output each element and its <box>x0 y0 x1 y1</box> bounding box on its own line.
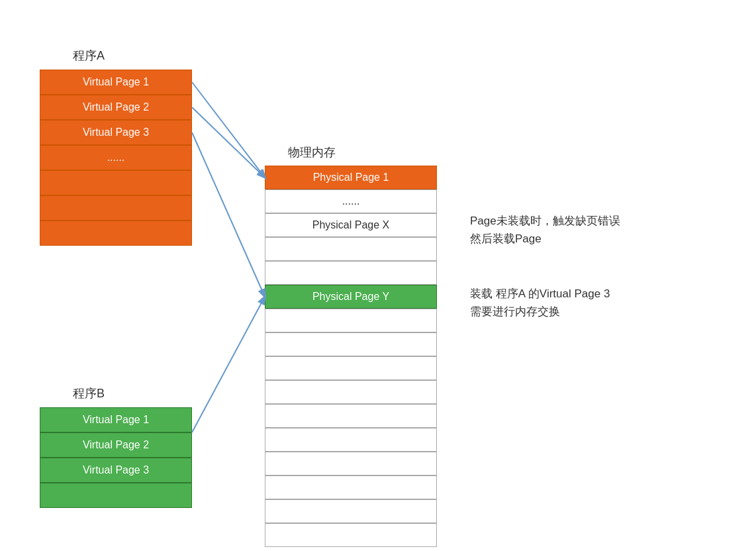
prog-a-block: Virtual Page 1Virtual Page 2Virtual Page… <box>40 70 192 246</box>
svg-line-0 <box>192 82 265 177</box>
phys-page-row <box>265 237 437 261</box>
prog-a-page-row: Virtual Page 2 <box>40 95 192 120</box>
phys-page-row <box>265 356 437 380</box>
prog-b-label: 程序B <box>73 385 105 401</box>
svg-line-1 <box>192 107 265 177</box>
phys-page-row <box>265 380 437 404</box>
phys-page-row <box>265 523 437 547</box>
phys-page-row <box>265 499 437 523</box>
prog-b-page-row <box>40 483 192 508</box>
phys-page-row <box>265 428 437 452</box>
prog-b-block: Virtual Page 1Virtual Page 2Virtual Page… <box>40 407 192 508</box>
prog-a-page-row: Virtual Page 1 <box>40 70 192 95</box>
phys-page-row <box>265 332 437 356</box>
prog-a-page-row: Virtual Page 3 <box>40 120 192 145</box>
phys-page-row <box>265 476 437 499</box>
phys-page-row <box>265 261 437 285</box>
prog-a-page-row <box>40 170 192 195</box>
phys-page-row <box>265 404 437 428</box>
phys-mem-block: Physical Page 1......Physical Page XPhys… <box>265 166 437 547</box>
prog-a-page-row <box>40 195 192 221</box>
annotation-page-fault: Page未装载时，触发缺页错误 然后装载Page <box>470 212 620 248</box>
prog-a-page-row <box>40 221 192 246</box>
prog-b-page-row: Virtual Page 2 <box>40 432 192 458</box>
phys-page-row: Physical Page 1 <box>265 166 437 189</box>
svg-line-3 <box>192 297 265 432</box>
phys-mem-label: 物理内存 <box>288 144 336 160</box>
prog-b-page-row: Virtual Page 1 <box>40 407 192 432</box>
prog-b-page-row: Virtual Page 3 <box>40 458 192 483</box>
phys-page-row: Physical Page X <box>265 213 437 237</box>
svg-line-2 <box>192 132 265 297</box>
prog-a-label: 程序A <box>73 48 105 64</box>
phys-page-row: ...... <box>265 189 437 213</box>
prog-a-page-row: ...... <box>40 145 192 170</box>
phys-page-row <box>265 309 437 332</box>
phys-page-row: Physical Page Y <box>265 285 437 309</box>
phys-page-row <box>265 452 437 476</box>
annotation-swap: 装载 程序A 的Virtual Page 3 需要进行内存交换 <box>470 285 610 321</box>
